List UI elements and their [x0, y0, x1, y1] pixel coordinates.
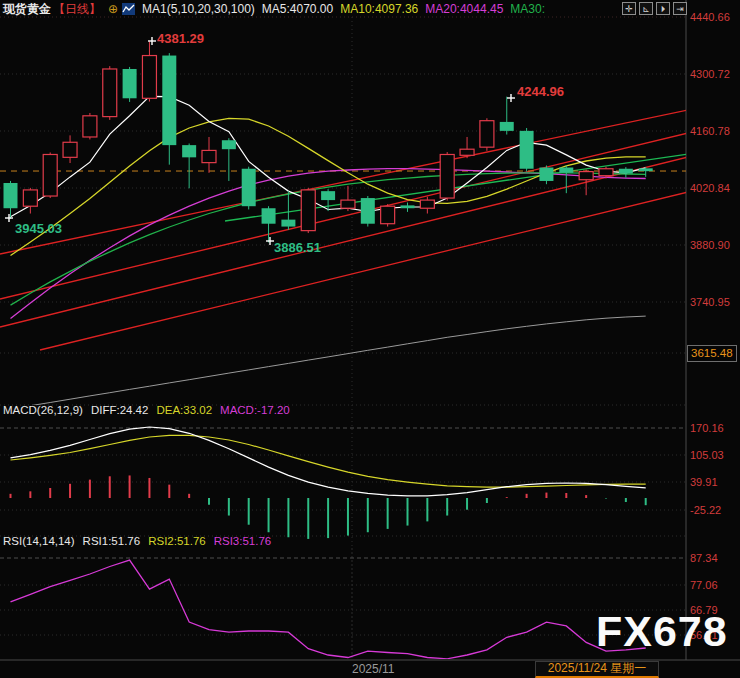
candle[interactable] — [639, 167, 653, 177]
period-label[interactable]: 【日线】 — [53, 1, 101, 18]
candle[interactable] — [301, 188, 315, 233]
candle-body[interactable] — [480, 121, 494, 147]
candle-body[interactable] — [63, 142, 77, 157]
candle[interactable] — [500, 97, 514, 135]
candle-body[interactable] — [341, 200, 355, 208]
line-chart-icon[interactable] — [122, 3, 135, 15]
candle[interactable] — [162, 53, 176, 165]
candle[interactable] — [381, 204, 395, 226]
candle-body[interactable] — [182, 145, 196, 157]
candle[interactable] — [321, 189, 335, 211]
candle[interactable] — [361, 196, 375, 227]
candle[interactable] — [202, 137, 216, 173]
add-indicator-icon[interactable]: ⊕ — [108, 2, 118, 16]
candle-body[interactable] — [301, 190, 315, 231]
candle[interactable] — [341, 186, 355, 211]
candle-body[interactable] — [23, 190, 37, 206]
candle[interactable] — [262, 206, 276, 242]
price-annotation: 4244.96 — [517, 84, 564, 99]
candle[interactable] — [539, 165, 553, 184]
rsi-line — [11, 560, 646, 659]
candle[interactable] — [619, 167, 633, 178]
candle-body[interactable] — [599, 169, 613, 176]
candle[interactable] — [4, 181, 18, 219]
candle[interactable] — [520, 128, 534, 172]
fx678-watermark: FX678 — [596, 607, 728, 656]
candle-body[interactable] — [202, 150, 216, 162]
rsi-panel — [0, 548, 686, 659]
macd-axis-label: 39.91 — [690, 476, 740, 488]
rsi1-value: RSI1:51.76 — [83, 535, 141, 547]
price-axis-label: 3880.90 — [690, 239, 740, 251]
candle-body[interactable] — [381, 206, 395, 224]
macd-axis-label: 105.03 — [690, 449, 740, 461]
candle[interactable] — [182, 143, 196, 188]
rsi-axis-label: 87.34 — [690, 552, 740, 564]
candle[interactable] — [222, 138, 236, 181]
candle-body[interactable] — [123, 69, 137, 98]
candle-body[interactable] — [103, 69, 117, 117]
candle[interactable] — [440, 152, 454, 200]
candle-body[interactable] — [500, 122, 514, 131]
candle[interactable] — [460, 137, 474, 158]
candle[interactable] — [420, 197, 434, 214]
candle[interactable] — [559, 165, 573, 193]
shift-right-icon[interactable]: ⇥ — [673, 2, 687, 15]
candle[interactable] — [242, 167, 256, 210]
candle[interactable] — [142, 41, 156, 101]
macd-dea-line — [11, 435, 646, 487]
candle-body[interactable] — [440, 154, 454, 198]
candle-body[interactable] — [321, 191, 335, 200]
indicator-window-icon[interactable]: ⊾ — [639, 2, 653, 15]
macd-axis-label: -25.22 — [690, 504, 740, 516]
candle[interactable] — [23, 188, 37, 214]
price-axis-label: 4020.84 — [690, 182, 740, 194]
candle-body[interactable] — [162, 56, 176, 146]
macd-title[interactable]: MACD(26,12,9) — [3, 404, 83, 416]
candle-body[interactable] — [262, 208, 276, 223]
macd-panel — [0, 427, 686, 539]
macd-header: MACD(26,12,9) DIFF:24.42 DEA:33.02 MACD:… — [3, 404, 298, 416]
candle-body[interactable] — [559, 168, 573, 173]
candle-body[interactable] — [539, 168, 553, 181]
candle[interactable] — [579, 170, 593, 196]
rsi-title[interactable]: RSI(14,14,14) — [3, 535, 75, 547]
candle-body[interactable] — [4, 183, 18, 208]
candle-body[interactable] — [142, 56, 156, 99]
x-axis-month-label: 2025/11 — [352, 662, 395, 676]
candle[interactable] — [480, 118, 494, 151]
ma100-line — [11, 316, 646, 409]
candle[interactable] — [103, 66, 117, 120]
candle-body[interactable] — [520, 131, 534, 169]
candle-body[interactable] — [361, 198, 375, 224]
candle-body[interactable] — [222, 140, 236, 149]
price-annotation: 3886.51 — [274, 240, 321, 255]
ma-settings-label[interactable]: MA1(5,10,20,30,100) — [142, 2, 255, 16]
candle[interactable] — [43, 152, 57, 198]
candle-body[interactable] — [639, 168, 653, 171]
candle-body[interactable] — [83, 116, 97, 137]
axis-min-price-label: 3615.48 — [687, 345, 737, 362]
rsi-axis-label: 77.06 — [690, 579, 740, 591]
candle-body[interactable] — [281, 220, 295, 227]
candle-body[interactable] — [579, 172, 593, 180]
candle-body[interactable] — [619, 169, 633, 174]
ma5-value: MA5:4070.00 — [262, 2, 333, 16]
play-forward-icon[interactable]: ⏵ — [656, 2, 670, 15]
move-icon[interactable]: ✛ — [622, 2, 636, 15]
chart-toolbar: ✛⊾⏵⇥ — [622, 2, 687, 15]
candle-body[interactable] — [43, 154, 57, 196]
price-axis-label: 4300.72 — [690, 68, 740, 80]
candle[interactable] — [63, 135, 77, 163]
current-date-label[interactable]: 2025/11/24 星期一 — [535, 661, 659, 678]
red-trendline — [0, 133, 688, 299]
candle-body[interactable] — [242, 169, 256, 206]
candle-body[interactable] — [401, 205, 415, 208]
candle-body[interactable] — [420, 200, 434, 208]
ma10-value: MA10:4097.36 — [340, 2, 418, 16]
candle[interactable] — [123, 67, 137, 102]
chart-header: 现货黄金 【日线】 ⊕ MA1(5,10,20,30,100) MA5:4070… — [3, 1, 552, 17]
candle-body[interactable] — [460, 149, 474, 155]
candle[interactable] — [401, 203, 415, 212]
candle[interactable] — [83, 113, 97, 139]
